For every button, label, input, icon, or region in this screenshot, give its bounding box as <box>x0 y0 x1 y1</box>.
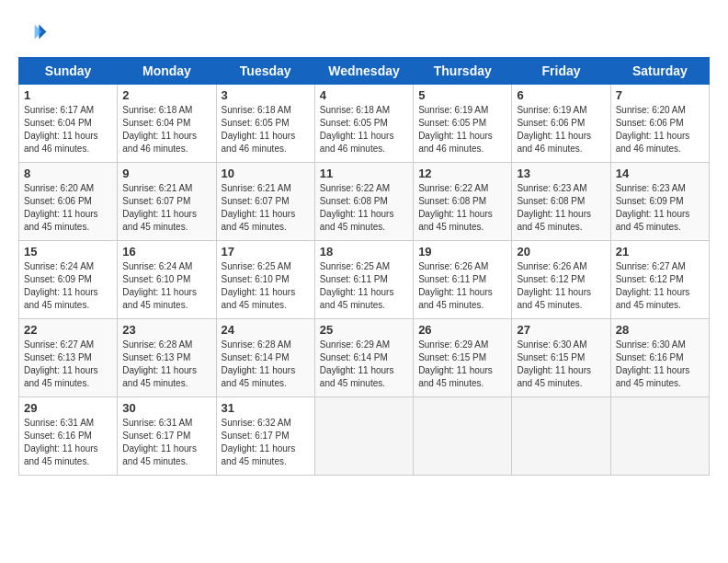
calendar-day-cell: 2Sunrise: 6:18 AMSunset: 6:04 PMDaylight… <box>118 85 216 163</box>
day-info: Sunrise: 6:22 AMSunset: 6:08 PMDaylight:… <box>418 182 506 234</box>
day-info: Sunrise: 6:18 AMSunset: 6:05 PMDaylight:… <box>320 104 408 155</box>
day-info: Sunrise: 6:27 AMSunset: 6:13 PMDaylight:… <box>24 339 112 390</box>
day-info: Sunrise: 6:29 AMSunset: 6:15 PMDaylight:… <box>418 339 506 390</box>
calendar-header-friday: Friday <box>512 58 610 85</box>
calendar-day-cell: 19Sunrise: 6:26 AMSunset: 6:11 PMDayligh… <box>414 241 512 319</box>
day-info: Sunrise: 6:22 AMSunset: 6:08 PMDaylight:… <box>320 182 408 234</box>
day-info: Sunrise: 6:18 AMSunset: 6:05 PMDaylight:… <box>222 104 310 155</box>
day-info: Sunrise: 6:23 AMSunset: 6:09 PMDaylight:… <box>616 182 704 234</box>
day-number: 16 <box>122 245 210 259</box>
day-number: 29 <box>24 401 112 415</box>
day-info: Sunrise: 6:30 AMSunset: 6:16 PMDaylight:… <box>616 339 704 390</box>
calendar-day-cell: 29Sunrise: 6:31 AMSunset: 6:16 PMDayligh… <box>19 397 118 476</box>
day-number: 14 <box>616 167 704 180</box>
page: SundayMondayTuesdayWednesdayThursdayFrid… <box>0 0 728 563</box>
day-info: Sunrise: 6:30 AMSunset: 6:15 PMDaylight:… <box>517 339 605 390</box>
calendar-week-row: 29Sunrise: 6:31 AMSunset: 6:16 PMDayligh… <box>19 397 710 476</box>
calendar-day-cell: 27Sunrise: 6:30 AMSunset: 6:15 PMDayligh… <box>512 319 610 397</box>
day-info: Sunrise: 6:31 AMSunset: 6:16 PMDaylight:… <box>24 417 112 468</box>
calendar-week-row: 1Sunrise: 6:17 AMSunset: 6:04 PMDaylight… <box>19 85 710 163</box>
calendar-header-row: SundayMondayTuesdayWednesdayThursdayFrid… <box>19 58 710 85</box>
day-number: 10 <box>222 167 310 180</box>
day-info: Sunrise: 6:26 AMSunset: 6:11 PMDaylight:… <box>418 260 506 312</box>
day-info: Sunrise: 6:25 AMSunset: 6:10 PMDaylight:… <box>222 260 310 312</box>
day-number: 17 <box>222 245 310 259</box>
calendar-day-cell: 26Sunrise: 6:29 AMSunset: 6:15 PMDayligh… <box>414 319 512 397</box>
calendar-day-cell: 5Sunrise: 6:19 AMSunset: 6:05 PMDaylight… <box>414 85 512 163</box>
day-info: Sunrise: 6:25 AMSunset: 6:11 PMDaylight:… <box>320 260 408 312</box>
calendar-day-cell: 21Sunrise: 6:27 AMSunset: 6:12 PMDayligh… <box>610 241 709 319</box>
calendar-day-cell: 16Sunrise: 6:24 AMSunset: 6:10 PMDayligh… <box>118 241 216 319</box>
day-number: 8 <box>24 167 112 180</box>
day-info: Sunrise: 6:21 AMSunset: 6:07 PMDaylight:… <box>122 182 210 234</box>
calendar-table: SundayMondayTuesdayWednesdayThursdayFrid… <box>18 57 710 476</box>
day-number: 30 <box>122 401 210 415</box>
day-number: 19 <box>418 245 506 259</box>
calendar-day-cell: 1Sunrise: 6:17 AMSunset: 6:04 PMDaylight… <box>19 85 118 163</box>
day-info: Sunrise: 6:29 AMSunset: 6:14 PMDaylight:… <box>320 339 408 390</box>
day-info: Sunrise: 6:23 AMSunset: 6:08 PMDaylight:… <box>517 182 605 234</box>
calendar-header-wednesday: Wednesday <box>314 58 413 85</box>
day-info: Sunrise: 6:26 AMSunset: 6:12 PMDaylight:… <box>517 260 605 312</box>
day-number: 6 <box>517 88 605 102</box>
calendar-week-row: 22Sunrise: 6:27 AMSunset: 6:13 PMDayligh… <box>19 319 710 397</box>
day-number: 31 <box>222 401 310 415</box>
day-info: Sunrise: 6:27 AMSunset: 6:12 PMDaylight:… <box>616 260 704 312</box>
logo <box>18 18 51 48</box>
day-number: 2 <box>122 88 210 102</box>
day-info: Sunrise: 6:19 AMSunset: 6:06 PMDaylight:… <box>517 104 605 155</box>
day-number: 23 <box>122 323 210 337</box>
day-number: 11 <box>320 167 408 180</box>
calendar-day-cell: 23Sunrise: 6:28 AMSunset: 6:13 PMDayligh… <box>118 319 216 397</box>
calendar-day-cell: 20Sunrise: 6:26 AMSunset: 6:12 PMDayligh… <box>512 241 610 319</box>
day-info: Sunrise: 6:20 AMSunset: 6:06 PMDaylight:… <box>616 104 704 155</box>
calendar-day-cell: 7Sunrise: 6:20 AMSunset: 6:06 PMDaylight… <box>610 85 709 163</box>
calendar-day-cell: 4Sunrise: 6:18 AMSunset: 6:05 PMDaylight… <box>314 85 413 163</box>
calendar-day-cell: 14Sunrise: 6:23 AMSunset: 6:09 PMDayligh… <box>610 163 709 241</box>
day-number: 18 <box>320 245 408 259</box>
day-number: 4 <box>320 88 408 102</box>
calendar-header-saturday: Saturday <box>610 58 709 85</box>
calendar-day-cell: 8Sunrise: 6:20 AMSunset: 6:06 PMDaylight… <box>19 163 118 241</box>
calendar-day-cell <box>610 397 709 476</box>
calendar-day-cell: 18Sunrise: 6:25 AMSunset: 6:11 PMDayligh… <box>314 241 413 319</box>
day-info: Sunrise: 6:19 AMSunset: 6:05 PMDaylight:… <box>418 104 506 155</box>
day-info: Sunrise: 6:20 AMSunset: 6:06 PMDaylight:… <box>24 182 112 234</box>
day-number: 25 <box>320 323 408 337</box>
calendar-day-cell <box>414 397 512 476</box>
day-number: 24 <box>222 323 310 337</box>
day-info: Sunrise: 6:32 AMSunset: 6:17 PMDaylight:… <box>222 417 310 468</box>
day-info: Sunrise: 6:18 AMSunset: 6:04 PMDaylight:… <box>122 104 210 155</box>
day-number: 1 <box>24 88 112 102</box>
calendar-day-cell: 10Sunrise: 6:21 AMSunset: 6:07 PMDayligh… <box>216 163 314 241</box>
calendar-day-cell: 3Sunrise: 6:18 AMSunset: 6:05 PMDaylight… <box>216 85 314 163</box>
calendar-day-cell: 22Sunrise: 6:27 AMSunset: 6:13 PMDayligh… <box>19 319 118 397</box>
logo-icon <box>18 18 48 48</box>
calendar-day-cell: 24Sunrise: 6:28 AMSunset: 6:14 PMDayligh… <box>216 319 314 397</box>
calendar-day-cell: 28Sunrise: 6:30 AMSunset: 6:16 PMDayligh… <box>610 319 709 397</box>
day-info: Sunrise: 6:28 AMSunset: 6:14 PMDaylight:… <box>222 339 310 390</box>
day-number: 3 <box>222 88 310 102</box>
day-number: 13 <box>517 167 605 180</box>
day-number: 26 <box>418 323 506 337</box>
calendar-day-cell: 15Sunrise: 6:24 AMSunset: 6:09 PMDayligh… <box>19 241 118 319</box>
day-info: Sunrise: 6:28 AMSunset: 6:13 PMDaylight:… <box>122 339 210 390</box>
day-number: 28 <box>616 323 704 337</box>
calendar-header-monday: Monday <box>118 58 216 85</box>
header <box>18 18 710 48</box>
calendar-day-cell: 30Sunrise: 6:31 AMSunset: 6:17 PMDayligh… <box>118 397 216 476</box>
calendar-day-cell <box>512 397 610 476</box>
day-number: 15 <box>24 245 112 259</box>
calendar-day-cell: 11Sunrise: 6:22 AMSunset: 6:08 PMDayligh… <box>314 163 413 241</box>
day-number: 7 <box>616 88 704 102</box>
calendar-day-cell: 25Sunrise: 6:29 AMSunset: 6:14 PMDayligh… <box>314 319 413 397</box>
calendar-header-sunday: Sunday <box>19 58 118 85</box>
day-info: Sunrise: 6:21 AMSunset: 6:07 PMDaylight:… <box>222 182 310 234</box>
calendar-day-cell: 17Sunrise: 6:25 AMSunset: 6:10 PMDayligh… <box>216 241 314 319</box>
day-number: 20 <box>517 245 605 259</box>
day-number: 5 <box>418 88 506 102</box>
day-number: 27 <box>517 323 605 337</box>
day-number: 9 <box>122 167 210 180</box>
day-number: 22 <box>24 323 112 337</box>
calendar-week-row: 15Sunrise: 6:24 AMSunset: 6:09 PMDayligh… <box>19 241 710 319</box>
